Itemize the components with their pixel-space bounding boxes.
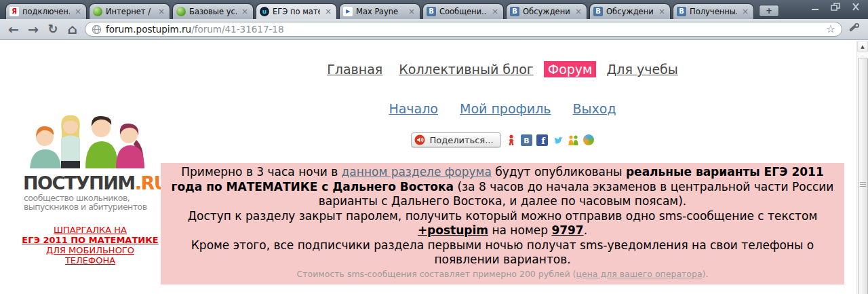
notice-paragraph-3: Кроме этого, все подписчики раздела перв… — [166, 238, 839, 268]
guy-green-shirt — [85, 116, 118, 168]
restore-icon — [830, 3, 841, 11]
browser-tab[interactable]: В Обсуждения × — [506, 3, 587, 19]
close-window-icon — [850, 3, 861, 11]
forward-button[interactable]: → — [26, 23, 41, 36]
vk-favicon: В — [593, 7, 603, 16]
tagline-line2: выпускников и абитуриентов — [24, 203, 160, 212]
boy-orange-hair — [30, 126, 61, 168]
mail-ru-sphere-icon[interactable] — [583, 134, 594, 145]
reload-button[interactable]: ↻ — [45, 23, 60, 35]
tab-close-icon[interactable]: × — [741, 7, 750, 16]
tab-close-icon[interactable]: × — [73, 7, 83, 16]
web-page: ▲ — [0, 41, 868, 294]
tab-label: Сообщени... — [439, 7, 487, 16]
main-navigation: Главная Коллективный блог Форум Для учеб… — [161, 62, 844, 77]
nav-blog-link[interactable]: Коллективный блог — [399, 62, 533, 77]
browser-tab[interactable]: Базовые ус... × — [172, 3, 254, 19]
forum-section-link[interactable]: данном разделе форума — [342, 165, 492, 179]
browser-tab-active[interactable]: u ЕГЭ по мате... × — [256, 3, 337, 19]
nav-profile-link[interactable]: Мой профиль — [460, 101, 551, 116]
notice-text: Примерно в 3 часа ночи в — [181, 165, 341, 179]
browser-tab[interactable]: В Сообщени... × — [422, 3, 504, 19]
browser-tab[interactable]: В Обсуждения × — [589, 3, 671, 19]
browser-tab[interactable]: Интернет / ... × — [89, 3, 170, 19]
globe-icon — [92, 24, 102, 35]
twitter-icon[interactable] — [552, 134, 564, 146]
share-widget: Поделиться... В f — [161, 132, 844, 147]
sms-text-code: +postupim — [418, 223, 488, 237]
exam-notice-block: Примерно в 3 часа ночи в данном разделе … — [161, 163, 844, 284]
notice-paragraph-2: Доступ к разделу закрыт паролем, получит… — [166, 209, 839, 238]
site-tagline: сообщество школьников, выпускников и аби… — [24, 194, 160, 211]
sms-number: 9797 — [551, 223, 583, 237]
minimize-button[interactable] — [806, 1, 824, 12]
fine-text: ). — [703, 269, 709, 279]
nav-start-link[interactable]: Начало — [389, 101, 438, 116]
scrollbar-thumb[interactable] — [858, 58, 868, 294]
vk-favicon: В — [510, 7, 519, 16]
tab-close-icon[interactable]: × — [407, 7, 416, 16]
close-window-button[interactable] — [846, 1, 865, 12]
tab-close-icon[interactable]: × — [323, 7, 333, 16]
browser-tab[interactable]: В Полученны... × — [673, 3, 754, 19]
tab-label: Базовые ус... — [189, 7, 237, 16]
share-button[interactable]: Поделиться... — [411, 132, 500, 147]
tab-label: подключен... — [22, 7, 70, 16]
nav-study-link[interactable]: Для учебы — [606, 62, 677, 77]
scrollbar-grip — [860, 182, 866, 187]
site-sidebar: ПОСТУПИМ.RU сообщество школьников, выпус… — [20, 102, 160, 265]
facebook-icon[interactable]: f — [536, 134, 548, 146]
promo-line3[interactable]: ДЛЯ МОБИЛЬНОГО ТЕЛЕФОНА — [20, 245, 160, 265]
share-button-label: Поделиться... — [429, 135, 493, 145]
ucoz-favicon: u — [260, 7, 269, 16]
tab-close-icon[interactable]: × — [657, 7, 667, 16]
yaru-icon[interactable] — [505, 134, 517, 146]
nav-forum-link-active[interactable]: Форум — [544, 61, 597, 77]
people-pair-icon[interactable] — [568, 134, 579, 146]
sms-price-note: Стоимость sms-сообщения составляет приме… — [166, 268, 839, 280]
back-button[interactable]: ← — [6, 23, 21, 36]
nav-home-link[interactable]: Главная — [327, 62, 382, 77]
settings-wrench-button[interactable] — [847, 22, 862, 36]
fine-text: Стоимость sms-сообщения составляет приме… — [297, 269, 576, 279]
notice-text: Доступ к разделу закрыт паролем, получит… — [188, 209, 817, 223]
vk-favicon: В — [677, 7, 686, 16]
operator-price-link[interactable]: цена для вашего оператора — [576, 269, 703, 279]
bookmark-star-icon[interactable]: ☆ — [826, 24, 835, 35]
browser-tab[interactable]: ▶ Max Payne × — [339, 3, 420, 19]
tab-close-icon[interactable]: × — [157, 7, 166, 16]
girl-magenta-top — [116, 124, 144, 168]
tab-label: Обсуждения — [523, 7, 570, 16]
nav-logout-link[interactable]: Выход — [573, 101, 616, 116]
share-speaker-icon — [414, 134, 425, 145]
green-sphere-favicon — [93, 7, 102, 16]
vk-share-icon[interactable]: В — [521, 134, 532, 146]
tab-label: Интернет / ... — [106, 7, 153, 16]
site-logo: ПОСТУПИМ.RU — [23, 174, 160, 192]
cheatsheet-promo-link[interactable]: ШПАРГАЛКА НА ЕГЭ 2011 ПО МАТЕМАТИКЕ ДЛЯ … — [20, 225, 160, 265]
notice-text: . — [584, 223, 587, 237]
promo-line1[interactable]: ШПАРГАЛКА НА — [20, 225, 160, 235]
page-scrollbar[interactable]: ▲ — [856, 41, 868, 294]
girl-blonde — [61, 115, 80, 168]
browser-tab[interactable]: Я подключен... × — [5, 3, 87, 19]
browser-window: Я подключен... × Интернет / ... × Базовы… — [0, 0, 868, 294]
notice-text: на номер — [488, 223, 551, 237]
new-tab-button[interactable]: + — [759, 5, 779, 17]
vk-favicon: В — [427, 7, 436, 16]
play-favicon: ▶ — [343, 7, 353, 16]
tab-close-icon[interactable]: × — [240, 7, 250, 16]
home-button[interactable]: ⌂ — [65, 22, 80, 36]
scrollbar-up-arrow[interactable]: ▲ — [857, 41, 868, 52]
address-bar[interactable]: forum.postupim.ru/forum/41-31617-18 ☆ — [85, 22, 842, 37]
svg-text:В: В — [524, 136, 529, 145]
tab-close-icon[interactable]: × — [574, 7, 583, 16]
promo-line2[interactable]: ЕГЭ 2011 ПО МАТЕМАТИКЕ — [20, 235, 160, 245]
browser-toolbar: ← → ↻ ⌂ forum.postupim.ru/forum/41-31617… — [0, 19, 868, 40]
restore-button[interactable] — [826, 1, 844, 12]
tab-label: Обсуждения — [606, 7, 654, 16]
tab-label: Полученны... — [690, 7, 737, 16]
wrench-icon — [848, 22, 861, 33]
tab-close-icon[interactable]: × — [490, 7, 500, 16]
url-path: /forum/41-31617-18 — [191, 24, 283, 35]
